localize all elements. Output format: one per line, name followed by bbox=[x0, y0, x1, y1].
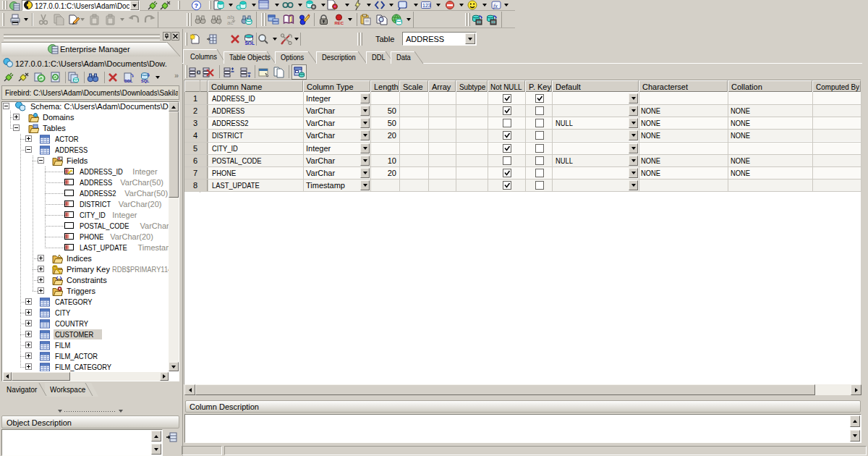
svg-text:DDL: DDL bbox=[124, 79, 133, 83]
svg-text:123: 123 bbox=[422, 3, 431, 8]
svg-text:REC: REC bbox=[335, 21, 344, 25]
svg-text:SQL: SQL bbox=[245, 41, 255, 46]
svg-text:fx: fx bbox=[493, 3, 498, 9]
svg-text:SQL: SQL bbox=[141, 79, 150, 83]
svg-text:?: ? bbox=[195, 2, 199, 9]
